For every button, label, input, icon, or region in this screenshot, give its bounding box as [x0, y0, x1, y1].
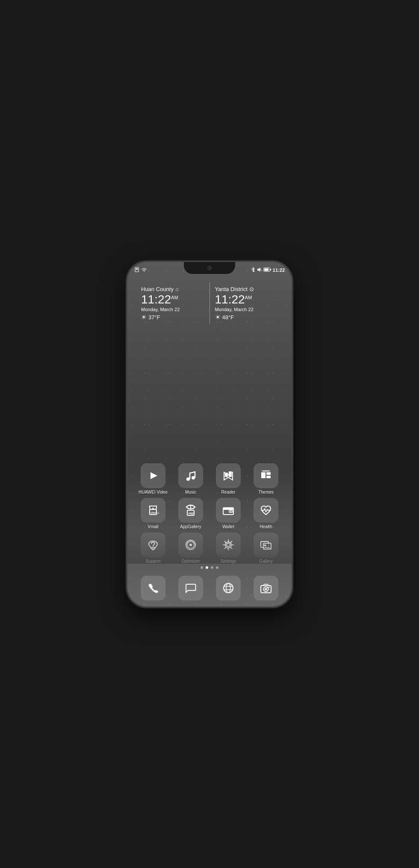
app-row-2: VMALL Vmall HW AppGall	[134, 498, 285, 529]
dock-phone[interactable]	[138, 576, 168, 600]
svg-rect-1	[136, 268, 138, 270]
reader-icon[interactable]	[216, 463, 241, 488]
music-icon[interactable]	[178, 463, 203, 488]
dock	[134, 576, 285, 600]
app-wallet[interactable]: Wallet	[213, 498, 244, 529]
status-time: 11:22	[273, 268, 285, 273]
phone-frame: 11:22 Huan County ⌂ 11:22AM Monday, Marc…	[126, 261, 293, 608]
app-appgallery[interactable]: HW AppGallery	[175, 498, 206, 529]
app-huawei-video[interactable]: HUAWEI Video	[138, 463, 168, 494]
app-row-3: Support Optimizer	[134, 533, 285, 564]
themes-icon[interactable]	[254, 463, 278, 488]
dot-1[interactable]	[201, 566, 203, 569]
dock-camera[interactable]	[251, 576, 281, 600]
time-right: 11:22AM	[215, 293, 278, 306]
app-health[interactable]: Health	[251, 498, 281, 529]
city-right: Yanta District ⊙	[215, 286, 278, 292]
svg-rect-10	[229, 471, 232, 477]
sun-icon-left: ☀	[141, 314, 147, 321]
weather-left: Huan County ⌂ 11:22AM Monday, March 22 ☀…	[136, 282, 210, 324]
wifi-icon	[141, 268, 147, 273]
svg-rect-19	[223, 508, 233, 510]
svg-text:HW: HW	[189, 512, 194, 515]
svg-line-2	[260, 268, 261, 271]
date-right: Monday, March 22	[215, 307, 278, 312]
svg-rect-5	[264, 268, 269, 271]
svg-point-22	[153, 546, 154, 547]
support-label: Support	[145, 559, 160, 564]
app-support[interactable]: Support	[138, 533, 168, 564]
weather-widget: Huan County ⌂ 11:22AM Monday, March 22 ☀…	[136, 282, 283, 324]
support-icon[interactable]	[141, 533, 165, 557]
app-row-1: HUAWEI Video Music	[134, 463, 285, 494]
optimizer-label: Optimizer	[182, 559, 200, 564]
home-icon: ⌂	[175, 286, 179, 292]
app-optimizer[interactable]: Optimizer	[175, 533, 206, 564]
volume-up-button[interactable]	[126, 352, 127, 373]
dock-messages[interactable]	[175, 576, 206, 600]
phone-icon[interactable]	[141, 576, 165, 600]
dot-4[interactable]	[216, 566, 218, 569]
svg-text:VMALL: VMALL	[150, 512, 159, 514]
battery-icon	[263, 268, 271, 273]
app-settings[interactable]: Settings	[213, 533, 244, 564]
browser-icon[interactable]	[216, 576, 241, 600]
gallery-icon[interactable]	[254, 533, 278, 557]
health-icon[interactable]	[254, 498, 278, 523]
gallery-label: Gallery	[259, 559, 273, 564]
temp-left: ☀ 37°F	[141, 314, 204, 321]
vmall-icon[interactable]: VMALL	[141, 498, 165, 523]
sun-icon-right: ☀	[215, 314, 221, 321]
camera-icon[interactable]	[254, 576, 278, 600]
messages-icon[interactable]	[178, 576, 203, 600]
reader-label: Reader	[221, 490, 236, 494]
mute-button[interactable]	[126, 330, 127, 343]
date-left: Monday, March 22	[141, 307, 204, 312]
svg-point-36	[269, 586, 270, 588]
page-dots	[127, 566, 292, 569]
sim-icon	[134, 267, 139, 273]
vmall-label: Vmall	[148, 524, 158, 529]
appgallery-icon[interactable]: HW	[178, 498, 203, 523]
huawei-video-icon[interactable]	[141, 463, 165, 488]
wallet-icon[interactable]	[216, 498, 241, 523]
wallet-label: Wallet	[222, 524, 234, 529]
app-music[interactable]: Music	[175, 463, 206, 494]
bluetooth-icon	[251, 267, 255, 273]
front-camera	[207, 266, 212, 270]
mute-icon	[257, 267, 262, 273]
themes-label: Themes	[258, 490, 274, 494]
svg-rect-4	[270, 269, 271, 271]
svg-rect-12	[266, 472, 271, 475]
optimizer-icon[interactable]	[178, 533, 203, 557]
settings-label: Settings	[221, 559, 236, 564]
svg-point-35	[265, 588, 267, 590]
status-right-icons: 11:22	[251, 267, 285, 273]
svg-rect-11	[261, 472, 266, 478]
volume-down-button[interactable]	[126, 380, 127, 401]
svg-rect-9	[225, 473, 228, 477]
status-left-icons	[134, 267, 147, 273]
svg-point-29	[224, 583, 233, 593]
svg-point-23	[189, 544, 192, 546]
location-icon: ⊙	[249, 286, 254, 292]
app-themes[interactable]: Themes	[251, 463, 281, 494]
settings-icon[interactable]	[216, 533, 241, 557]
time-left: 11:22AM	[141, 293, 204, 306]
app-gallery[interactable]: Gallery	[251, 533, 281, 564]
svg-point-21	[230, 511, 232, 512]
svg-point-30	[226, 583, 230, 593]
dot-2[interactable]	[206, 566, 208, 569]
city-left: Huan County ⌂	[141, 286, 204, 292]
app-vmall[interactable]: VMALL Vmall	[138, 498, 168, 529]
dock-browser[interactable]	[213, 576, 244, 600]
power-button[interactable]	[292, 322, 293, 343]
svg-point-24	[227, 543, 230, 547]
dot-3[interactable]	[211, 566, 213, 569]
app-reader[interactable]: Reader	[213, 463, 244, 494]
appgallery-label: AppGallery	[180, 524, 201, 529]
phone-screen: 11:22 Huan County ⌂ 11:22AM Monday, Marc…	[127, 262, 292, 606]
svg-marker-6	[150, 472, 157, 479]
weather-right: Yanta District ⊙ 11:22AM Monday, March 2…	[210, 282, 283, 324]
huawei-video-label: HUAWEI Video	[139, 490, 168, 494]
